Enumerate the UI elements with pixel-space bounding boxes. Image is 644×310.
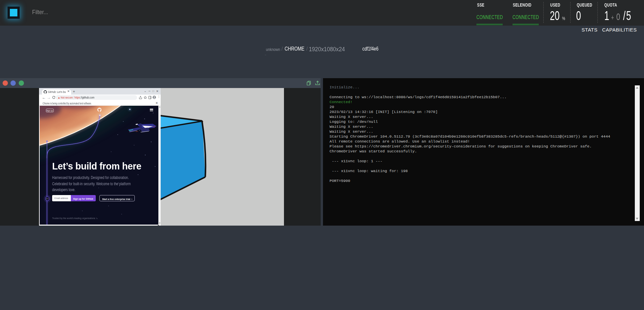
svg-text:<>: <> (46, 198, 49, 200)
